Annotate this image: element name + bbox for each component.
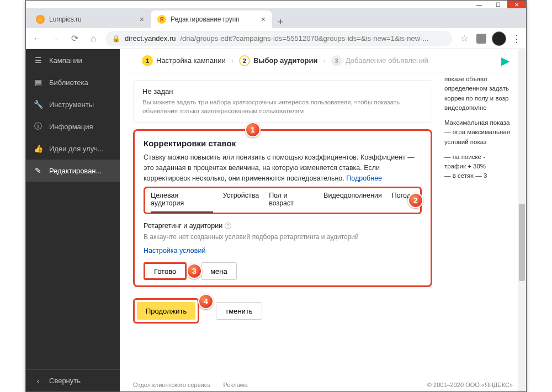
done-button[interactable]: Готово (144, 262, 187, 280)
tab-target-audience[interactable]: Целевая аудитория (151, 192, 213, 213)
favicon-lumpics (36, 15, 45, 24)
window-minimize[interactable]: — (470, 1, 489, 8)
scrollbar[interactable] (518, 49, 526, 391)
chevron-right-icon: › (323, 56, 326, 65)
close-icon[interactable]: × (261, 15, 266, 24)
sidebar-item-label: Библиотека (49, 78, 88, 87)
browser-toolbar: ← → ⟳ ⌂ 🔒 direct.yandex.ru/dna/groups-ed… (26, 28, 526, 49)
help-text: показе объявл определенном задать коррек… (444, 75, 516, 113)
callout-badge-1: 1 (245, 122, 261, 137)
help-text: — на поиске - (444, 152, 516, 162)
page-footer: Отдел клиентского сервиса Реклама © 2001… (133, 382, 513, 388)
footer-link-ads[interactable]: Реклама (223, 382, 247, 388)
profile-avatar[interactable] (492, 31, 506, 46)
window-maximize[interactable]: ☐ (489, 1, 507, 8)
tab-title: Редактирование групп (171, 15, 240, 23)
close-icon[interactable]: × (140, 15, 144, 24)
thumb-up-icon: 👍 (34, 144, 43, 153)
bid-tabs: 2 Целевая аудитория Устройства Пол и воз… (144, 187, 422, 214)
step-2-label[interactable]: Выбор аудитории (253, 56, 317, 65)
sidebar-item-label: Редактирован... (49, 167, 102, 175)
sidebar-item-campaigns[interactable]: ☰ Кампании (26, 49, 120, 71)
favicon-yandex: Я (157, 15, 166, 24)
help-text: — в сетях — 3 (444, 171, 516, 181)
menu-icon: ☰ (34, 56, 43, 65)
new-tab-button[interactable]: + (272, 17, 289, 28)
address-bar[interactable]: 🔒 direct.yandex.ru/dna/groups-edit?campa… (105, 31, 452, 46)
sidebar-item-edit[interactable]: ✎ Редактирован... (26, 160, 120, 182)
extension-icon[interactable] (476, 34, 486, 44)
step-3-label: Добавление объявлений (346, 56, 428, 65)
tab-title: Lumpics.ru (49, 15, 82, 23)
window-titlebar: — ☐ ✕ (26, 1, 526, 8)
browser-tab-lumpics[interactable]: Lumpics.ru × (29, 10, 151, 28)
interests-title: Не задан (142, 87, 423, 96)
info-icon: ⓘ (34, 122, 43, 131)
sidebar-item-label: Кампании (49, 56, 82, 65)
sidebar-item-library[interactable]: ▤ Библиотека (26, 71, 120, 93)
tab-gender-age[interactable]: Пол и возраст (269, 192, 314, 213)
help-icon[interactable]: ? (225, 223, 231, 229)
chevron-right-icon: › (231, 56, 233, 65)
browser-tab-yandex[interactable]: Я Редактирование групп × (151, 10, 272, 28)
wrench-icon: 🔧 (34, 100, 43, 109)
play-icon[interactable]: ▶ (501, 54, 509, 67)
cancel-button[interactable]: тменить (216, 302, 262, 320)
callout-badge-2: 2 (408, 193, 423, 208)
help-text: Максимальная показа — огра максимальная … (444, 118, 516, 147)
callout-badge-3: 3 (187, 263, 202, 279)
learn-more-link[interactable]: Подробнее (346, 174, 382, 182)
bid-adjustments-block: 1 Корректировки ставок Ставку можно повы… (133, 129, 432, 287)
reload-button[interactable]: ⟳ (68, 33, 81, 44)
lock-icon: 🔒 (112, 35, 120, 43)
wizard-steps: 1 Настройка кампании › 2 Выбор аудитории… (120, 49, 526, 72)
sidebar-item-info[interactable]: ⓘ Информация (26, 115, 120, 137)
sidebar-collapse[interactable]: ‹ Свернуть (26, 369, 120, 391)
url-host: direct.yandex.ru (125, 34, 176, 43)
interests-block: Не задан Вы можете задать три набора кра… (133, 80, 432, 123)
bid-title: Корректировки ставок (144, 139, 422, 148)
footer-copyright: © 2001–2020 ООО «ЯНДЕКС» (427, 382, 513, 388)
step-1-badge: 1 (142, 55, 153, 66)
sidebar-item-label: Идеи для улуч... (49, 145, 104, 153)
step-2-badge: 2 (239, 55, 250, 66)
url-path: /dna/groups-edit?campaigns-ids=55512070&… (181, 34, 429, 43)
sidebar-item-label: Информация (49, 123, 93, 131)
back-button[interactable]: ← (30, 34, 44, 44)
cancel-button[interactable]: мена (201, 262, 237, 280)
chevron-left-icon: ‹ (34, 377, 43, 385)
sidebar-item-tools[interactable]: 🔧 Инструменты (26, 93, 120, 115)
sidebar-collapse-label: Свернуть (49, 377, 81, 385)
form-actions: Продолжить 4 тменить (133, 298, 432, 324)
step-1-label[interactable]: Настройка кампании (156, 56, 226, 65)
continue-button[interactable]: Продолжить (137, 302, 195, 320)
help-panel: показе объявл определенном задать коррек… (444, 75, 516, 181)
main-content: 1 Настройка кампании › 2 Выбор аудитории… (120, 49, 526, 391)
setup-conditions-link[interactable]: Настройка условий (144, 247, 205, 255)
book-icon: ▤ (34, 78, 43, 87)
window-close[interactable]: ✕ (507, 1, 526, 8)
footer-link-support[interactable]: Отдел клиентского сервиса (133, 382, 210, 388)
sidebar-item-label: Инструменты (49, 100, 94, 109)
tab-video[interactable]: Видеодополнения (323, 192, 382, 213)
tab-devices[interactable]: Устройства (223, 192, 259, 213)
home-button[interactable]: ⌂ (87, 34, 100, 44)
retargeting-label: Ретаргетинг и аудитории ? (144, 222, 422, 230)
continue-highlight: Продолжить (133, 298, 199, 324)
pencil-icon: ✎ (34, 166, 43, 175)
bookmark-button[interactable]: ☆ (458, 33, 471, 44)
app-sidebar: ☰ Кампании ▤ Библиотека 🔧 Инструменты ⓘ … (26, 49, 120, 391)
retargeting-empty: В аккаунте нет созданных условий подбора… (144, 233, 422, 241)
browser-menu[interactable]: ⋮ (512, 33, 522, 45)
interests-subtitle: Вы можете задать три набора краткосрочны… (142, 98, 423, 115)
browser-tabs: Lumpics.ru × Я Редактирование групп × + (26, 8, 526, 28)
step-3-badge: 3 (331, 55, 342, 66)
callout-badge-4: 4 (198, 294, 214, 309)
forward-button[interactable]: → (49, 34, 62, 44)
scrollbar-thumb[interactable] (519, 204, 525, 281)
bid-desc: Ставку можно повысить или понизить с пом… (144, 152, 422, 183)
help-text: трафик + 30% (444, 162, 516, 171)
sidebar-item-ideas[interactable]: 👍 Идеи для улуч... (26, 137, 120, 160)
